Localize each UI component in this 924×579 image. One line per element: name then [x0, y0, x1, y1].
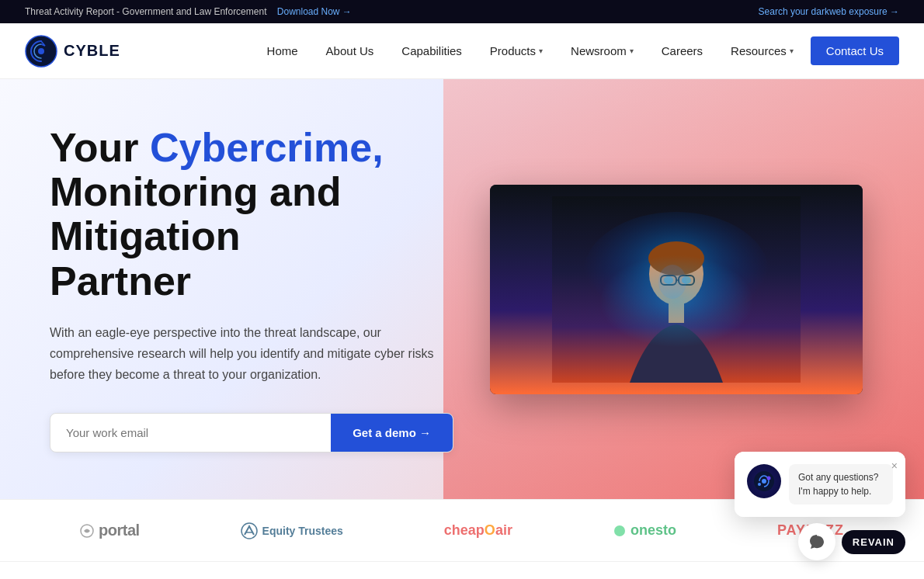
nav-link-products[interactable]: Products ▾ [479, 38, 554, 64]
hero-section: Your Cybercrime, Monitoring and Mitigati… [0, 79, 924, 499]
chat-toggle-icon [808, 532, 826, 551]
chat-header: Got any questions? I'm happy to help. × [735, 452, 905, 517]
svg-point-19 [767, 477, 771, 480]
nav-link-newsroom[interactable]: Newsroom ▾ [560, 38, 644, 64]
nav-item-products[interactable]: Products ▾ [479, 38, 554, 64]
chat-widget: Got any questions? I'm happy to help. × [735, 452, 905, 517]
email-form: Get a demo → [50, 413, 453, 452]
hero-title-highlight: Cybercrime, [150, 125, 384, 170]
navbar: CYBLE Home About Us Capabilities Product… [0, 23, 924, 79]
logo-equity-trustees: Equity Trustees [241, 522, 343, 539]
newsroom-caret: ▾ [630, 47, 634, 55]
nav-contact-button[interactable]: Contact Us [811, 36, 899, 65]
onesto-icon [613, 525, 626, 537]
person-display [490, 185, 863, 394]
banner-threat-text: Threat Activity Report - Government and … [25, 6, 266, 17]
chat-avatar [747, 464, 781, 498]
nav-item-about[interactable]: About Us [315, 38, 385, 64]
revain-label: REVAIN [853, 536, 894, 548]
nav-item-capabilities[interactable]: Capabilities [391, 38, 473, 64]
banner-left-text: Threat Activity Report - Government and … [25, 6, 352, 17]
products-caret: ▾ [539, 47, 543, 55]
chat-avatar-icon [753, 470, 775, 492]
onesto-label: onesto [630, 522, 676, 539]
hero-content: Your Cybercrime, Monitoring and Mitigati… [0, 79, 497, 499]
nav-item-newsroom[interactable]: Newsroom ▾ [560, 38, 644, 64]
resources-caret: ▾ [790, 47, 794, 55]
hero-title: Your Cybercrime, Monitoring and Mitigati… [50, 126, 460, 303]
portal-icon [80, 524, 94, 538]
nav-item-contact[interactable]: Contact Us [811, 36, 899, 65]
nav-link-home[interactable]: Home [256, 38, 309, 64]
revain-badge: REVAIN [842, 530, 905, 554]
portal-label: portal [99, 522, 140, 539]
demo-button[interactable]: Get a demo → [331, 414, 453, 452]
nav-link-about[interactable]: About Us [315, 38, 385, 64]
hero-description: With an eagle-eye perspective into the t… [50, 322, 460, 386]
equity-trustees-icon [241, 522, 258, 539]
email-input[interactable] [50, 414, 331, 452]
nav-item-home[interactable]: Home [256, 38, 309, 64]
logo-text: CYBLE [64, 42, 120, 60]
chat-btn-row: REVAIN [798, 523, 905, 560]
hero-title-start: Your [50, 125, 150, 170]
chat-close-button[interactable]: × [891, 459, 898, 472]
chat-message: Got any questions? I'm happy to help. [798, 472, 878, 497]
banner-download-link[interactable]: Download Now → [277, 6, 352, 17]
nav-item-careers[interactable]: Careers [651, 38, 714, 64]
equity-trustees-label: Equity Trustees [262, 525, 343, 537]
nav-links: Home About Us Capabilities Products ▾ Ne… [256, 36, 899, 65]
logo-onesto: onesto [613, 522, 676, 539]
svg-point-18 [762, 479, 766, 484]
nav-item-resources[interactable]: Resources ▾ [720, 38, 804, 64]
svg-point-16 [614, 525, 625, 536]
cheapoair-label: cheapOair [444, 522, 512, 539]
nav-link-careers[interactable]: Careers [651, 38, 714, 64]
hero-title-end: Monitoring and MitigationPartner [50, 169, 341, 303]
banner-right-link[interactable]: Search your darkweb exposure → [759, 6, 899, 17]
top-banner: Threat Activity Report - Government and … [0, 0, 924, 23]
hero-image-card [490, 185, 863, 394]
nav-link-capabilities[interactable]: Capabilities [391, 38, 473, 64]
cyble-logo-icon [25, 35, 57, 68]
chat-toggle-button[interactable] [798, 523, 835, 560]
logo-cheapoair: cheapOair [444, 522, 512, 539]
screen-glow [599, 255, 754, 348]
nav-link-resources[interactable]: Resources ▾ [720, 38, 804, 64]
logo-container[interactable]: CYBLE [25, 35, 120, 68]
svg-point-20 [758, 483, 761, 486]
hero-image-area [443, 79, 924, 499]
svg-point-1 [38, 48, 44, 54]
logo-portal: portal [80, 522, 140, 539]
chat-bubble: Got any questions? I'm happy to help. [789, 464, 893, 504]
